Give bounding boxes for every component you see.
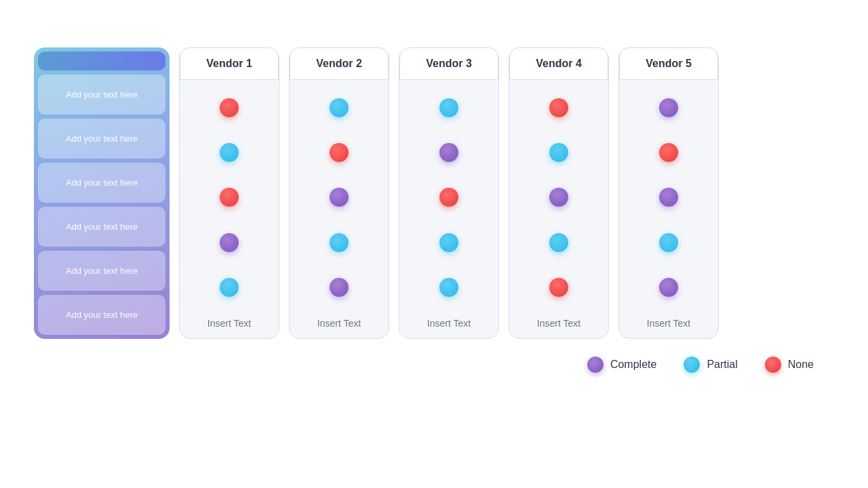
vendor-column: Vendor 5Insert Text xyxy=(618,47,719,339)
blue-dot xyxy=(439,233,458,252)
vendor-header: Vendor 3 xyxy=(399,47,498,80)
vendor-insert-text[interactable]: Insert Text xyxy=(427,315,471,329)
legend-label: None xyxy=(788,359,814,371)
legend-item-red: None xyxy=(765,357,814,373)
dot-row xyxy=(509,179,608,216)
legend-item-blue: Partial xyxy=(684,357,737,373)
vendor-dots xyxy=(509,80,608,315)
red-dot xyxy=(549,278,568,297)
vendor-header: Vendor 2 xyxy=(290,47,389,80)
purple-dot xyxy=(330,278,349,297)
legend-label: Partial xyxy=(707,359,737,371)
criteria-item[interactable]: Add your text here xyxy=(38,251,165,291)
criteria-header xyxy=(38,52,165,70)
blue-dot xyxy=(220,143,239,162)
red-dot xyxy=(439,188,458,207)
purple-dot xyxy=(659,278,678,297)
dot-row xyxy=(290,269,389,306)
criteria-item[interactable]: Add your text here xyxy=(38,295,165,335)
purple-dot xyxy=(220,233,239,252)
dot-row xyxy=(509,269,608,306)
red-dot xyxy=(659,143,678,162)
red-dot xyxy=(549,98,568,117)
blue-dot xyxy=(549,233,568,252)
vendor-dots xyxy=(619,80,718,315)
vendor-header: Vendor 5 xyxy=(619,47,718,80)
criteria-item[interactable]: Add your text here xyxy=(38,119,165,159)
blue-dot xyxy=(330,233,349,252)
dot-row xyxy=(509,134,608,171)
vendor-insert-text[interactable]: Insert Text xyxy=(208,315,251,329)
blue-dot xyxy=(659,233,678,252)
dot-row xyxy=(509,89,608,126)
purple-dot xyxy=(439,143,458,162)
purple-dot xyxy=(330,188,349,207)
legend-dot-purple xyxy=(587,357,604,373)
vendor-column: Vendor 1Insert Text xyxy=(179,47,279,339)
dot-row xyxy=(290,224,389,261)
blue-dot xyxy=(330,98,349,117)
dot-row xyxy=(180,179,279,216)
vendor-header: Vendor 4 xyxy=(509,47,608,80)
dot-row xyxy=(290,179,389,216)
dot-row xyxy=(619,224,718,261)
vendor-column: Vendor 2Insert Text xyxy=(289,47,389,339)
dot-row xyxy=(399,269,498,306)
criteria-item[interactable]: Add your text here xyxy=(38,75,165,115)
criteria-column: Add your text hereAdd your text hereAdd … xyxy=(34,47,170,339)
purple-dot xyxy=(659,98,678,117)
criteria-item[interactable]: Add your text here xyxy=(38,207,165,247)
dot-row xyxy=(619,179,718,216)
legend-dot-blue xyxy=(684,357,700,373)
purple-dot xyxy=(659,188,678,207)
red-dot xyxy=(220,98,239,117)
vendor-insert-text[interactable]: Insert Text xyxy=(537,315,580,329)
vendor-column: Vendor 3Insert Text xyxy=(399,47,499,339)
dot-row xyxy=(180,134,279,171)
vendor-header: Vendor 1 xyxy=(180,47,279,80)
vendor-insert-text[interactable]: Insert Text xyxy=(647,315,690,329)
dot-row xyxy=(399,224,498,261)
blue-dot xyxy=(439,278,458,297)
criteria-item[interactable]: Add your text here xyxy=(38,163,165,203)
blue-dot xyxy=(549,143,568,162)
vendor-dots xyxy=(290,80,389,315)
vendor-dots xyxy=(180,80,279,315)
dot-row xyxy=(180,224,279,261)
red-dot xyxy=(330,143,349,162)
dot-row xyxy=(290,134,389,171)
dot-row xyxy=(619,89,718,126)
vendor-insert-text[interactable]: Insert Text xyxy=(317,315,361,329)
red-dot xyxy=(220,188,239,207)
legend-item-purple: Complete xyxy=(587,357,656,373)
purple-dot xyxy=(549,188,568,207)
vendor-dots xyxy=(399,80,498,315)
legend: CompletePartialNone xyxy=(587,357,814,373)
main-content: Add your text hereAdd your text hereAdd … xyxy=(0,47,868,339)
dot-row xyxy=(399,89,498,126)
dot-row xyxy=(290,89,389,126)
blue-dot xyxy=(220,278,239,297)
legend-label: Complete xyxy=(610,359,656,371)
dot-row xyxy=(180,269,279,306)
legend-dot-red xyxy=(765,357,781,373)
dot-row xyxy=(619,269,718,306)
dot-row xyxy=(509,224,608,261)
blue-dot xyxy=(439,98,458,117)
dot-row xyxy=(399,179,498,216)
dot-row xyxy=(180,89,279,126)
vendor-column: Vendor 4Insert Text xyxy=(509,47,609,339)
dot-row xyxy=(619,134,718,171)
dot-row xyxy=(399,134,498,171)
